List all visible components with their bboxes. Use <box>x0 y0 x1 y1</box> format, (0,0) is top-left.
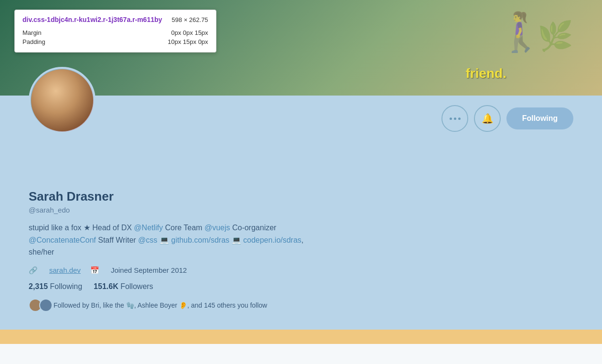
profile-section: 🔔 Following Sarah Drasner @sarah_edo stu… <box>0 96 602 344</box>
profile-bio: stupid like a fox ★ Head of DX @Netlify … <box>29 222 573 258</box>
avatar-image <box>31 69 93 131</box>
bio-mention-vuejs[interactable]: @vuejs <box>204 224 230 232</box>
devtools-padding-row: Padding 10px 15px 0px <box>22 37 208 46</box>
profile-name: Sarah Drasner <box>29 189 573 204</box>
profile-actions: 🔔 Following <box>29 96 573 141</box>
bell-icon: 🔔 <box>482 113 494 124</box>
following-count: 2,315 <box>29 282 48 290</box>
avatar <box>29 67 96 134</box>
followers-count: 151.6K <box>94 282 118 290</box>
bio-text-5: , <box>301 236 303 244</box>
profile-info: Sarah Drasner @sarah_edo stupid like a f… <box>29 141 573 312</box>
follower-avatars <box>29 299 50 312</box>
bio-mention-concatenate[interactable]: @ConcatenateConf <box>29 236 96 244</box>
profile-joined: Joined September 2012 <box>111 266 187 274</box>
website-icon: 🔗 <box>29 266 38 275</box>
following-button[interactable]: Following <box>506 107 573 129</box>
followed-by-text: Followed by Bri, like the 🧤, Ashlee Boye… <box>54 301 267 309</box>
dot-1 <box>450 118 452 120</box>
profile-meta: 🔗 sarah.dev 📅 Joined September 2012 <box>29 266 573 275</box>
devtools-padding-value: 10px 15px 0px <box>168 38 208 45</box>
devtools-class: div.css-1dbjc4n.r-ku1wi2.r-1j3t67a.r-m61… <box>22 16 162 23</box>
follower-avatar-2 <box>39 299 53 312</box>
followers-stat[interactable]: 151.6K Followers <box>94 282 153 291</box>
followers-label: Followers <box>120 282 153 290</box>
devtools-title: div.css-1dbjc4n.r-ku1wi2.r-1j3t67a.r-m61… <box>22 16 208 23</box>
bio-emoji-1: 💻 <box>157 236 171 244</box>
more-icon <box>450 118 461 120</box>
dot-2 <box>454 118 456 120</box>
bio-mention-css[interactable]: @css <box>138 236 157 244</box>
bio-link-codepen[interactable]: codepen.io/sdras <box>243 236 301 244</box>
profile-website[interactable]: sarah.dev <box>49 266 81 274</box>
followed-by: Followed by Bri, like the 🧤, Ashlee Boye… <box>29 299 573 312</box>
notification-button[interactable]: 🔔 <box>474 105 501 132</box>
banner-text: friend. <box>465 66 506 81</box>
bio-text-1: stupid like a fox ★ Head of DX <box>29 224 134 232</box>
bio-text-4: Staff Writer <box>96 236 138 244</box>
following-stat[interactable]: 2,315 Following <box>29 282 82 291</box>
bottom-strip <box>0 330 602 344</box>
following-label-text: Following <box>50 282 83 290</box>
devtools-padding-label: Padding <box>22 38 45 45</box>
devtools-panel: div.css-1dbjc4n.r-ku1wi2.r-1j3t67a.r-m61… <box>14 10 216 53</box>
bio-link-github[interactable]: github.com/sdras <box>171 236 229 244</box>
dot-3 <box>458 118 461 120</box>
profile-handle: @sarah_edo <box>29 206 573 214</box>
more-options-button[interactable] <box>441 105 468 132</box>
devtools-margin-label: Margin <box>22 29 42 36</box>
calendar-icon: 📅 <box>90 266 99 275</box>
devtools-dimensions: 598 × 262.75 <box>172 16 208 23</box>
bio-emoji-2: 💻 <box>229 236 243 244</box>
bio-pronouns: she/her <box>29 248 54 256</box>
profile-stats: 2,315 Following 151.6K Followers <box>29 282 573 291</box>
devtools-margin-value: 0px 0px 15px <box>171 29 208 36</box>
bio-text-3: Co-organizer <box>230 224 276 232</box>
avatar-wrapper <box>29 67 96 134</box>
devtools-margin-row: Margin 0px 0px 15px <box>22 28 208 37</box>
bio-mention-netlify[interactable]: @Netlify <box>134 224 163 232</box>
bio-text-2: Core Team <box>163 224 204 232</box>
